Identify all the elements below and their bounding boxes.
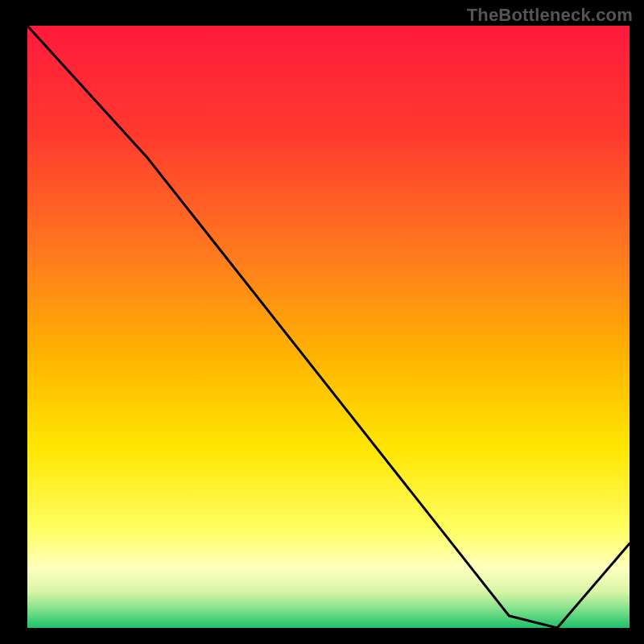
chart-stage: TheBottleneck.com — [0, 0, 644, 644]
gradient-background — [27, 26, 630, 628]
bottleneck-chart — [0, 0, 644, 644]
